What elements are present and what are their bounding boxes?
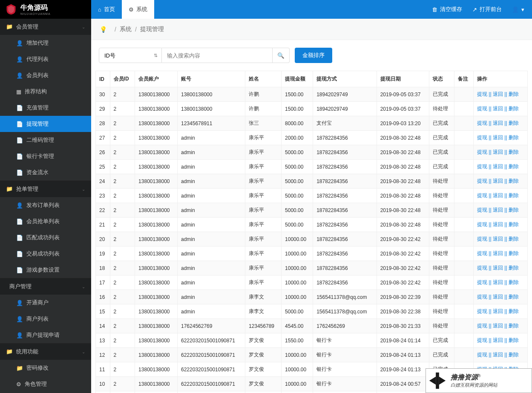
crumb-system[interactable]: 系统: [120, 26, 132, 33]
action-delete[interactable]: 删除: [509, 120, 519, 126]
search-field-select[interactable]: ID号: [99, 48, 162, 63]
sort-amount-button[interactable]: 金额排序: [295, 48, 332, 63]
action-back[interactable]: 退回: [493, 221, 503, 227]
menu-item[interactable]: 👤代理列表: [0, 51, 91, 67]
action-delete[interactable]: 删除: [509, 265, 519, 271]
menu-group-header[interactable]: 商户管理⌄: [0, 278, 91, 295]
action-back[interactable]: 退回: [493, 323, 503, 329]
action-back[interactable]: 退回: [493, 120, 503, 126]
nav-home[interactable]: ⌂ 首页: [91, 0, 122, 19]
action-back[interactable]: 退回: [493, 236, 503, 242]
action-cash[interactable]: 提现: [477, 323, 487, 329]
action-delete[interactable]: 删除: [509, 178, 519, 184]
open-front-button[interactable]: ↗ 打开前台: [467, 0, 507, 19]
menu-item[interactable]: 📁密码修改: [0, 360, 91, 376]
action-cash[interactable]: 提现: [477, 91, 487, 97]
action-back[interactable]: 退回: [493, 337, 503, 343]
cell-member_id: 2: [110, 333, 135, 348]
cell-amount: 5000.00: [282, 203, 313, 218]
action-delete[interactable]: 删除: [509, 236, 519, 242]
menu-item[interactable]: 📄会员抢单列表: [0, 213, 91, 229]
action-cash[interactable]: 提现: [477, 106, 487, 112]
action-delete[interactable]: 删除: [509, 164, 519, 169]
action-back[interactable]: 退回: [493, 279, 503, 285]
clear-cache-button[interactable]: 🗑 清空缓存: [427, 0, 467, 19]
action-delete[interactable]: 删除: [509, 149, 519, 155]
action-back[interactable]: 退回: [493, 308, 503, 314]
action-cash[interactable]: 提现: [477, 308, 487, 314]
menu-item[interactable]: 📄充值管理: [0, 100, 91, 116]
cell-date: 2019-08-30 22:42: [377, 232, 429, 247]
action-delete[interactable]: 删除: [509, 192, 519, 198]
menu-item[interactable]: 📄提现管理: [0, 116, 91, 132]
action-delete[interactable]: 删除: [509, 250, 519, 256]
action-delete[interactable]: 删除: [509, 308, 519, 314]
user-menu[interactable]: 👤 ▾: [507, 0, 532, 19]
menu-item[interactable]: ▦推荐结构: [0, 83, 91, 100]
action-back[interactable]: 退回: [493, 106, 503, 112]
action-cash[interactable]: 提现: [477, 265, 487, 271]
action-cash[interactable]: 提现: [477, 294, 487, 300]
menu-item[interactable]: 📄游戏参数设置: [0, 262, 91, 278]
action-delete[interactable]: 删除: [509, 294, 519, 300]
action-delete[interactable]: 删除: [509, 106, 519, 112]
menu-item[interactable]: ⚙角色管理: [0, 376, 91, 392]
logo[interactable]: 牛角源码 NIUJIAOYUANMA: [0, 0, 91, 19]
action-delete[interactable]: 删除: [509, 337, 519, 343]
search-input[interactable]: [162, 48, 273, 63]
cell-no: admin: [178, 290, 245, 304]
action-cash[interactable]: 提现: [477, 149, 487, 155]
menu-item[interactable]: 👤商户提现申请: [0, 327, 91, 343]
action-back[interactable]: 退回: [493, 352, 503, 358]
action-back[interactable]: 退回: [493, 192, 503, 198]
action-cash[interactable]: 提现: [477, 178, 487, 184]
menu-item[interactable]: 📄交易成功列表: [0, 246, 91, 262]
menu-group-header[interactable]: 📁统用功能⌄: [0, 344, 91, 360]
cell-member_id: 2: [110, 145, 135, 160]
action-cash[interactable]: 提现: [477, 352, 487, 358]
cell-actions: 提现 || 退回 || 删除: [474, 102, 528, 116]
menu-item[interactable]: 👤商户列表: [0, 311, 91, 327]
menu-group-header[interactable]: 📁抢单管理⌄: [0, 181, 91, 197]
action-cash[interactable]: 提现: [477, 236, 487, 242]
cell-acct: 13800138000: [135, 275, 178, 290]
menu-item[interactable]: 📄资金流水: [0, 164, 91, 181]
menu-item[interactable]: 📄匹配成功列表: [0, 229, 91, 246]
action-delete[interactable]: 删除: [509, 221, 519, 227]
menu-item[interactable]: 📄二维码管理: [0, 132, 91, 148]
menu-item[interactable]: 👤开通商户: [0, 295, 91, 311]
action-back[interactable]: 退回: [493, 135, 503, 141]
action-back[interactable]: 退回: [493, 164, 503, 169]
action-cash[interactable]: 提现: [477, 120, 487, 126]
nav-system[interactable]: ⚙ 系统: [122, 0, 154, 19]
action-back[interactable]: 退回: [493, 207, 503, 213]
action-delete[interactable]: 删除: [509, 207, 519, 213]
action-cash[interactable]: 提现: [477, 250, 487, 256]
action-cash[interactable]: 提现: [477, 135, 487, 141]
action-cash[interactable]: 提现: [477, 164, 487, 169]
menu-item[interactable]: 👤发布订单列表: [0, 197, 91, 213]
action-back[interactable]: 退回: [493, 250, 503, 256]
action-delete[interactable]: 删除: [509, 135, 519, 141]
search-button[interactable]: 🔍: [273, 48, 290, 63]
action-cash[interactable]: 提现: [477, 221, 487, 227]
action-delete[interactable]: 删除: [509, 323, 519, 329]
action-cash[interactable]: 提现: [477, 279, 487, 285]
action-cash[interactable]: 提现: [477, 192, 487, 198]
menu-item[interactable]: 👤增加代理: [0, 35, 91, 51]
action-back[interactable]: 退回: [493, 91, 503, 97]
action-back[interactable]: 退回: [493, 178, 503, 184]
action-delete[interactable]: 删除: [509, 91, 519, 97]
action-cash[interactable]: 提现: [477, 337, 487, 343]
menu-item[interactable]: 👤会员列表: [0, 67, 91, 83]
action-delete[interactable]: 删除: [509, 352, 519, 358]
action-back[interactable]: 退回: [493, 265, 503, 271]
action-back[interactable]: 退回: [493, 294, 503, 300]
action-back[interactable]: 退回: [493, 149, 503, 155]
chevron-down-icon: ⌄: [82, 350, 85, 354]
action-cash[interactable]: 提现: [477, 207, 487, 213]
action-delete[interactable]: 删除: [509, 279, 519, 285]
menu-item[interactable]: 📄银行卡管理: [0, 148, 91, 164]
cell-amount: 5000.00: [282, 174, 313, 189]
menu-group-header[interactable]: 📁会员管理⌄: [0, 19, 91, 35]
